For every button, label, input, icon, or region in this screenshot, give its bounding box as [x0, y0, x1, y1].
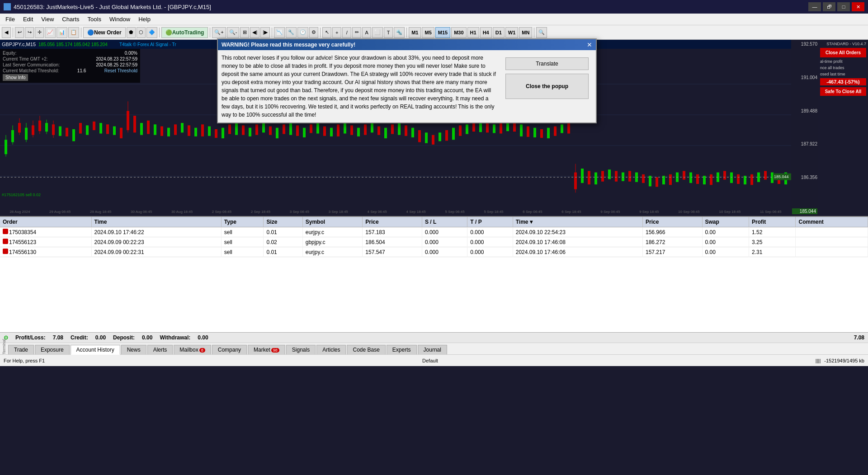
ea-panel: Equity: 0.00% Current Time GMT +2: 2024.… [0, 49, 140, 83]
svg-rect-52 [269, 127, 272, 135]
chart-btn[interactable]: 📊 [57, 27, 67, 38]
menu-file[interactable]: File [2, 15, 19, 24]
undo-button[interactable]: ↩ [15, 27, 24, 38]
time-label-20: 11 Sep 06:45 [760, 210, 782, 214]
table-row[interactable]: 174556130 2024.09.09 00:22:31 sell 0.01 … [0, 247, 868, 257]
minimize-button[interactable]: — [808, 2, 821, 11]
cell-profit: 3.25 [749, 237, 796, 247]
line-button[interactable]: 📈 [45, 27, 56, 38]
close-button[interactable]: ✕ [852, 2, 864, 11]
crosshair-button[interactable]: ✛ [35, 27, 44, 38]
cell-size: 0.01 [264, 227, 302, 237]
tab-trade[interactable]: Trade [8, 345, 34, 354]
new-order-button[interactable]: 🔵 New Order [83, 27, 126, 38]
template-btn[interactable]: 📋 [68, 27, 79, 38]
cell-time-close: 2024.09.10 17:46:06 [513, 247, 642, 257]
col-size: Size [264, 217, 302, 227]
svg-rect-41 [194, 128, 197, 136]
tf-mn[interactable]: MN [519, 27, 532, 38]
tab-market[interactable]: Market98 [248, 345, 285, 354]
object-button[interactable]: 🔧 [286, 27, 297, 38]
tf-w1[interactable]: W1 [505, 27, 519, 38]
line2-button[interactable]: / [342, 27, 351, 38]
search-button[interactable]: 🔍 [536, 27, 547, 38]
loss-value: -467.43 (-57%) [820, 78, 866, 85]
menu-window[interactable]: Window [106, 15, 134, 24]
close-all-orders-button[interactable]: Close All Orders [820, 48, 866, 57]
tab-news[interactable]: News [121, 345, 146, 354]
show-info-button[interactable]: Show Info [3, 74, 28, 81]
cell-price-open: 157.183 [363, 227, 422, 237]
maximize-button[interactable]: □ [837, 2, 850, 11]
tab-articles[interactable]: Articles [316, 345, 346, 354]
scroll-left-button[interactable]: ◀| [250, 27, 259, 38]
time-label-4: 30 Aug 06:45 [131, 210, 152, 214]
autotrading-button[interactable]: 🟢 AutoTrading [161, 27, 208, 38]
svg-rect-39 [181, 123, 184, 132]
tab-company[interactable]: Company [212, 345, 247, 354]
menu-charts[interactable]: Charts [58, 15, 83, 24]
tf-m1[interactable]: M1 [409, 27, 421, 38]
text-button[interactable]: A [362, 27, 371, 38]
refresh-button[interactable]: 🕐 [297, 27, 308, 38]
ea-price-display: 185.056 185.174 185.042 185.204 [38, 42, 108, 47]
menu-view[interactable]: View [38, 15, 57, 24]
shape-button[interactable]: ⬜ [372, 27, 383, 38]
cell-symbol: gbpjpy.c [302, 237, 363, 247]
svg-rect-104 [615, 171, 618, 181]
time-label-11: 4 Sep 18:45 [406, 210, 426, 214]
reset-threshold[interactable]: Reset Threshold [104, 68, 137, 73]
tf-d1[interactable]: D1 [493, 27, 505, 38]
order-btn3[interactable]: ⬡ [137, 27, 146, 38]
fit-button[interactable]: ⊞ [240, 27, 249, 38]
tools3-btn[interactable]: 🔩 [394, 27, 405, 38]
tf-m5[interactable]: M5 [422, 27, 434, 38]
col-swap: Swap [702, 217, 749, 227]
indicator-button[interactable]: 📉 [274, 27, 285, 38]
cursor-button[interactable]: ↖ [322, 27, 331, 38]
back-button[interactable]: ◀ [2, 27, 11, 38]
menu-help[interactable]: Help [135, 15, 154, 24]
tab-code-base[interactable]: Code Base [347, 345, 385, 354]
menu-tools[interactable]: Tools [84, 15, 105, 24]
settings-button[interactable]: ⚙ [309, 27, 318, 38]
tools2-btn[interactable]: T [384, 27, 393, 38]
table-row[interactable]: 174556123 2024.09.09 00:22:23 sell 0.02 … [0, 237, 868, 247]
restore-button[interactable]: 🗗 [823, 2, 835, 11]
tab-signals[interactable]: Signals [286, 345, 316, 354]
tf-h1[interactable]: H1 [467, 27, 479, 38]
tf-m15[interactable]: M15 [435, 27, 450, 38]
orders-table-container[interactable]: Order Time Type Size Symbol Price S / L … [0, 217, 868, 332]
sell-icon [3, 239, 8, 244]
tab-alerts[interactable]: Alerts [147, 345, 173, 354]
svg-rect-120 [723, 171, 726, 179]
menu-edit[interactable]: Edit [19, 15, 37, 24]
order-btn2[interactable]: ⬟ [127, 27, 136, 38]
table-row[interactable]: 175038354 2024.09.10 17:46:22 sell 0.01 … [0, 227, 868, 237]
dialog-close-button[interactable]: ✕ [587, 41, 592, 48]
tab-mailbox[interactable]: Mailbox8 [174, 345, 211, 354]
cell-sl: 0.000 [422, 247, 467, 257]
crosshair2-button[interactable]: + [332, 27, 341, 38]
redo-button[interactable]: ↪ [25, 27, 34, 38]
close-popup-button[interactable]: Close the popup [505, 74, 589, 99]
safe-close-button[interactable]: Safe To Close All [820, 87, 866, 96]
scroll-right-button[interactable]: |▶ [260, 27, 270, 38]
order-btn4[interactable]: 🔷 [146, 27, 157, 38]
tab-experts[interactable]: Experts [387, 345, 417, 354]
translate-button[interactable]: Translate [505, 57, 589, 70]
zoom-in-button[interactable]: 🔍+ [212, 27, 226, 38]
tf-h4[interactable]: H4 [480, 27, 492, 38]
pencil-button[interactable]: ✏ [352, 27, 361, 38]
tf-m30[interactable]: M30 [451, 27, 466, 38]
tab-exposure[interactable]: Exposure [35, 345, 70, 354]
svg-rect-53 [276, 128, 278, 138]
tab-journal[interactable]: Journal [418, 345, 447, 354]
col-sl: S / L [422, 217, 467, 227]
zoom-out-button[interactable]: 🔍- [227, 27, 240, 38]
tab-account-history[interactable]: Account History [71, 345, 120, 355]
time-label-17: 9 Sep 18:45 [639, 210, 659, 214]
dialog-content: This robot never loses if you follow our… [218, 50, 596, 122]
svg-rect-29 [120, 128, 123, 138]
cell-time-close: 2024.09.10 17:46:08 [513, 237, 642, 247]
